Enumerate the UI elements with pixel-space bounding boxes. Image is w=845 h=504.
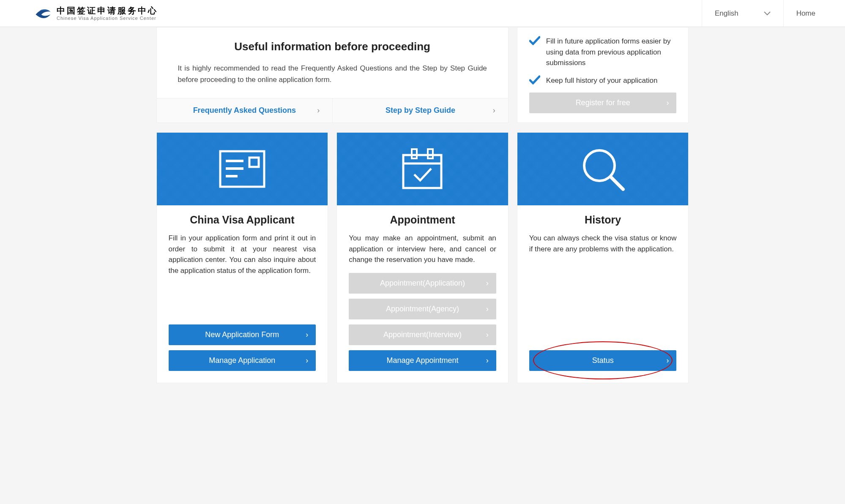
new-application-button[interactable]: New Application Form› [169,324,316,345]
card-title: History [529,214,677,226]
svg-rect-8 [428,149,433,158]
appointment-agency-button[interactable]: Appointment(Agency)› [349,299,496,319]
register-button[interactable]: Register for free › [529,93,677,113]
logo-title-cn: 中国签证申请服务中心 [57,5,158,16]
home-link[interactable]: Home [784,9,828,18]
card-text: You can always check the visa status or … [529,233,677,254]
check-icon [529,75,540,84]
svg-rect-5 [403,155,441,188]
appointment-interview-button[interactable]: Appointment(Interview)› [349,324,496,345]
guide-link[interactable]: Step by Step Guide › [332,98,508,123]
card-title: China Visa Applicant [169,214,316,226]
status-button[interactable]: Status› [529,350,677,371]
chevron-right-icon: › [486,279,489,288]
applicant-card: China Visa Applicant Fill in your applic… [156,132,328,383]
chevron-right-icon: › [486,356,489,365]
card-text: Fill in your application form and print … [169,233,316,276]
card-hero [517,133,689,205]
info-title: Useful information before proceeding [178,40,487,53]
search-icon [577,144,628,194]
site-header: 中国签证申请服务中心 Chinese Visa Application Serv… [0,0,845,27]
site-logo[interactable]: 中国签证申请服务中心 Chinese Visa Application Serv… [34,4,158,23]
language-selector[interactable]: English [702,0,784,27]
language-label: English [715,9,738,18]
chevron-right-icon: › [493,106,495,115]
chevron-right-icon: › [306,330,308,339]
card-title: Appointment [349,214,496,226]
chevron-down-icon [764,11,771,16]
register-panel: Fill in future application forms easier … [517,27,689,123]
chevron-right-icon: › [666,356,669,365]
form-icon [219,150,265,188]
appointment-card: Appointment You may make an appointment,… [336,132,509,383]
faq-link[interactable]: Frequently Asked Questions › [157,98,333,123]
chevron-right-icon: › [306,356,308,365]
svg-rect-7 [412,149,417,158]
card-hero [337,133,508,205]
benefit-item: Keep full history of your application [529,75,677,86]
card-text: You may make an appointment, submit an a… [349,233,496,265]
info-text: It is highly recommended to read the Fre… [178,63,487,85]
appointment-application-button[interactable]: Appointment(Application)› [349,273,496,294]
card-hero [157,133,328,205]
svg-line-10 [611,177,623,189]
logo-icon [34,4,52,23]
benefit-item: Fill in future application forms easier … [529,36,677,68]
history-card: History You can always check the visa st… [517,132,689,383]
chevron-right-icon: › [666,98,669,107]
chevron-right-icon: › [486,330,489,339]
info-panel: Useful information before proceeding It … [156,27,509,123]
manage-application-button[interactable]: Manage Application› [169,350,316,371]
check-icon [529,36,540,45]
manage-appointment-button[interactable]: Manage Appointment› [349,350,496,371]
logo-title-en: Chinese Visa Application Service Center [57,16,158,21]
svg-rect-1 [249,158,259,167]
chevron-right-icon: › [317,106,320,115]
calendar-icon [399,146,446,192]
chevron-right-icon: › [486,305,489,313]
